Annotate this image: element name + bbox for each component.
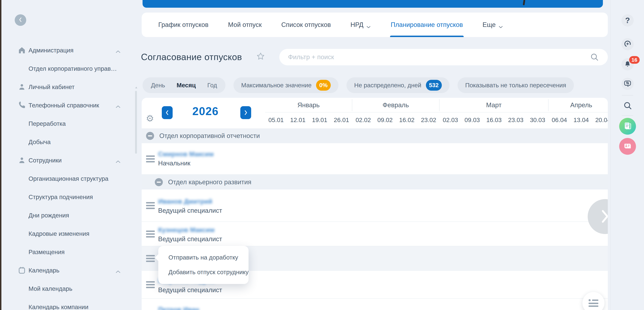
- period-switch: День Месяц Год: [142, 77, 226, 93]
- week-date: 05.01: [265, 114, 287, 126]
- sidebar-item-org-structure[interactable]: Организационная структура: [2, 169, 142, 188]
- sidebar-item-calendar[interactable]: Календарь: [2, 261, 142, 280]
- chevron-left-icon: [18, 17, 23, 23]
- tab-vacation-planning[interactable]: Планирование отпусков: [391, 12, 463, 37]
- chevron-up-icon: [115, 48, 121, 52]
- gear-icon[interactable]: ⚙: [146, 114, 154, 123]
- sidebar-item-label: Календарь компании: [28, 304, 121, 310]
- department-row[interactable]: Отдел корпоративной отчетности: [142, 128, 608, 143]
- period-year[interactable]: Год: [207, 82, 217, 89]
- month-february: Февраль: [352, 99, 440, 111]
- chip-show-not-only-overlaps[interactable]: Показывать не только пересечения: [458, 77, 574, 93]
- department-row[interactable]: Отдел карьерного развития: [142, 175, 608, 189]
- assistant-button[interactable]: [622, 38, 634, 50]
- screen-left-edge: [0, 0, 2, 310]
- tab-more[interactable]: Еще: [482, 12, 504, 37]
- week-date: 30.03: [527, 114, 548, 126]
- tab-vacation-list[interactable]: Список отпусков: [281, 12, 331, 37]
- global-search-button[interactable]: [623, 101, 632, 110]
- sidebar-scroll-up-arrow[interactable]: [135, 87, 137, 88]
- sidebar: Администрация Отдел корпоративного управ…: [2, 0, 142, 310]
- row-menu-icon[interactable]: [146, 231, 155, 238]
- sidebar-item-pererabotka[interactable]: Переработка: [2, 114, 142, 133]
- prev-year-button[interactable]: [162, 106, 173, 119]
- news-document-icon: [623, 121, 632, 131]
- sidebar-item-employees[interactable]: Сотрудники: [2, 151, 142, 169]
- sidebar-collapse-button[interactable]: [15, 14, 26, 26]
- sidebar-item-dobycha[interactable]: Добыча: [2, 133, 142, 151]
- sidebar-item-my-calendar[interactable]: Мой календарь: [2, 280, 142, 298]
- tab-label: Еще: [482, 21, 496, 28]
- question-mark-icon: ?: [625, 16, 630, 25]
- week-date: 13.04: [570, 114, 592, 126]
- sidebar-item-birthdays[interactable]: Дни рождения: [2, 206, 142, 224]
- week-date: 06.04: [548, 114, 570, 126]
- sparkle-circle-icon: [624, 40, 632, 49]
- right-rail: ? 16: [610, 0, 644, 310]
- sidebar-item-label: Структура подчинения: [28, 193, 121, 200]
- week-date: 02.03: [440, 114, 462, 126]
- employee-name-link[interactable]: Петров Иван: [158, 306, 199, 310]
- sidebar-item-hr-changes[interactable]: Кадровые изменения: [2, 224, 142, 243]
- sidebar-item-personal-cabinet[interactable]: Личный кабинет: [2, 78, 142, 96]
- rail-divider: [622, 95, 633, 96]
- month-april: Апрель: [548, 99, 608, 111]
- tab-nrd[interactable]: НРД: [350, 12, 371, 37]
- sidebar-item-phone-directory[interactable]: Телефонный справочник: [2, 96, 142, 114]
- week-date: 26.01: [330, 114, 352, 126]
- row-menu-icon[interactable]: [146, 155, 155, 162]
- help-button[interactable]: ?: [622, 14, 634, 26]
- row-menu-icon[interactable]: [146, 255, 155, 262]
- employee-role: Ведущий специалист: [158, 235, 222, 243]
- module-tabbar: График отпусков Мой отпуск Список отпуск…: [142, 12, 608, 37]
- employee-name-link[interactable]: Смирнов Максим: [158, 151, 214, 158]
- employee-row: Петров Иван: [142, 299, 608, 310]
- employee-role: Ведущий специалист: [158, 207, 222, 214]
- week-dates-row: 05.01 12.01 19.01 26.01 02.02 09.02 16.0…: [265, 114, 608, 126]
- sidebar-item-placements[interactable]: Размещения: [2, 243, 142, 261]
- sidebar-item-administration[interactable]: Администрация: [2, 41, 142, 59]
- notifications-button[interactable]: 16: [622, 58, 634, 70]
- contacts-shortcut-button[interactable]: [619, 138, 636, 155]
- row-menu-icon[interactable]: [146, 281, 155, 288]
- row-menu-icon[interactable]: [146, 202, 155, 209]
- news-shortcut-button[interactable]: [619, 118, 636, 135]
- period-day[interactable]: День: [151, 82, 165, 89]
- user-icon: [17, 82, 27, 92]
- unallocated-days-badge: 532: [426, 80, 442, 91]
- sidebar-item-subordination-structure[interactable]: Структура подчинения: [2, 188, 142, 206]
- tab-label: Планирование отпусков: [391, 21, 463, 28]
- search-icon[interactable]: [590, 53, 599, 62]
- menu-item-send-for-revision[interactable]: Отправить на доработку: [168, 253, 248, 262]
- year-label: 2026: [184, 105, 228, 118]
- employee-name-link[interactable]: Кузнецов Максим: [158, 226, 222, 234]
- chevron-up-icon: [115, 268, 121, 273]
- favorite-star-icon[interactable]: [256, 52, 266, 61]
- filter-search-input[interactable]: [288, 53, 590, 61]
- sidebar-item-label: Организационная структура: [28, 175, 121, 182]
- collapse-minus-icon[interactable]: [146, 132, 154, 140]
- home-icon: [17, 45, 27, 55]
- calendar-icon: [17, 265, 27, 275]
- chip-max-value[interactable]: Максимальное значение 0%: [234, 77, 338, 93]
- period-month[interactable]: Месяц: [177, 82, 196, 89]
- tab-vacation-schedule[interactable]: График отпусков: [158, 12, 208, 37]
- view-controls: День Месяц Год Максимальное значение 0% …: [142, 77, 574, 93]
- menu-item-add-vacation[interactable]: Добавить отпуск сотруднику: [168, 267, 248, 277]
- week-date: 19.01: [309, 114, 330, 126]
- sidebar-item-company-calendar[interactable]: Календарь компании: [2, 298, 142, 310]
- tab-my-vacation[interactable]: Мой отпуск: [228, 12, 262, 37]
- next-year-button[interactable]: [240, 106, 251, 119]
- week-date: 23.02: [418, 114, 440, 126]
- chip-unallocated-days[interactable]: Не распределено, дней 532: [346, 77, 450, 93]
- sidebar-menu: Администрация Отдел корпоративного управ…: [2, 41, 142, 310]
- sidebar-item-label: Дни рождения: [28, 212, 121, 219]
- requests-chat-button[interactable]: [622, 78, 634, 90]
- employee-info: Петров Иван: [158, 306, 199, 310]
- collapse-minus-icon[interactable]: [155, 178, 163, 186]
- week-date: 16.03: [483, 114, 505, 126]
- employee-name-link[interactable]: Иванов Дмитрий: [158, 198, 222, 205]
- sidebar-item-corporate-governance-dept[interactable]: Отдел корпоративного управ…: [2, 59, 142, 78]
- sidebar-scrollbar[interactable]: [135, 91, 137, 154]
- sidebar-item-label: Мой календарь: [28, 285, 121, 292]
